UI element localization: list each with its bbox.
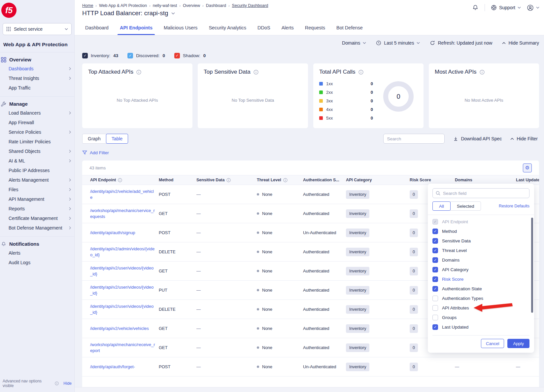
sidebar-item-bot-defense-management[interactable]: Bot Defense Management xyxy=(0,223,74,232)
field-search-input[interactable] xyxy=(443,191,526,196)
download-api-spec-button[interactable]: Download API Spec xyxy=(453,136,502,141)
tab-bot-defense[interactable]: Bot Defense xyxy=(331,20,368,35)
breadcrumb-item-nelly-waf-test[interactable]: nelly-waf-test xyxy=(153,3,177,8)
sidebar-item-audit-logs[interactable]: Audit Logs xyxy=(0,258,74,267)
sidebar-item-alerts[interactable]: Alerts xyxy=(0,248,74,258)
column-option-authentication-types[interactable]: Authentication Types xyxy=(428,294,534,303)
column-option-groups[interactable]: Groups xyxy=(428,313,534,322)
checkbox-unchecked-icon[interactable] xyxy=(432,305,438,311)
sidebar-item-reports[interactable]: Reports xyxy=(0,204,74,213)
checkbox-checked-icon[interactable]: ✓ xyxy=(432,248,438,253)
tab-security-analytics[interactable]: Security Analytics xyxy=(203,20,252,35)
hide-filter-button[interactable]: Hide Filter xyxy=(510,136,538,141)
column-settings-gear-button[interactable]: ⚙ xyxy=(523,163,532,172)
sidebar-item-alerts-management[interactable]: Alerts Management xyxy=(0,175,74,185)
column-option-sensitive-data[interactable]: ✓Sensitive Data xyxy=(428,236,534,246)
sidebar-item-app-firewall[interactable]: App Firewall xyxy=(0,118,74,127)
api-endpoint-link[interactable]: /identity/api/auth/signup xyxy=(90,230,135,235)
tab-malicious-users[interactable]: Malicious Users xyxy=(158,20,203,35)
api-endpoint-link[interactable]: /identity/api/v2/vehicle/vehicles xyxy=(90,326,149,331)
select-service-dropdown[interactable]: Select service xyxy=(3,23,72,35)
refresh-button[interactable]: Refresh: Updated just now xyxy=(430,40,492,46)
info-icon[interactable] xyxy=(254,70,258,75)
table-view-button[interactable]: Table xyxy=(106,134,128,144)
hide-summary-button[interactable]: Hide Summary xyxy=(502,40,539,46)
column-header-risk-score[interactable]: Risk Score xyxy=(410,178,455,182)
sidebar-item-shared-objects[interactable]: Shared Objects xyxy=(0,146,74,156)
hide-nav-link[interactable]: Hide xyxy=(63,381,72,386)
filter-shadow[interactable]: ✓Shadow: 0 xyxy=(174,53,206,58)
field-search[interactable] xyxy=(432,188,529,198)
checkbox-checked-icon[interactable]: ✓ xyxy=(432,286,438,292)
tab-dashboard[interactable]: Dashboard xyxy=(80,20,114,35)
filter-inventory[interactable]: ✓Inventory: 43 xyxy=(82,53,118,58)
api-endpoint-link[interactable]: /identity/api/v2/user/videos/{video_id} xyxy=(90,303,155,315)
column-option-method[interactable]: ✓Method xyxy=(428,227,534,236)
api-endpoint-link[interactable]: /identity/api/v2/user/videos/{video_id} xyxy=(90,284,155,296)
sidebar-item-dashboards[interactable]: Dashboards xyxy=(0,64,74,73)
column-option-threat-level[interactable]: ✓Threat Level xyxy=(428,246,534,255)
domains-dropdown[interactable]: Domains xyxy=(342,40,366,46)
time-range-dropdown[interactable]: Last 5 minutes xyxy=(376,40,420,46)
checkbox-checked-icon[interactable]: ✓ xyxy=(432,324,438,330)
tab-requests[interactable]: Requests xyxy=(299,20,331,35)
sidebar-item-public-ip-addresses[interactable]: Public IP Addresses xyxy=(0,165,74,175)
breadcrumb-item-home[interactable]: Home xyxy=(82,3,93,8)
filter-selected-button[interactable]: Selected xyxy=(450,201,481,211)
restore-defaults-link[interactable]: Restore Defaults xyxy=(499,204,529,208)
breadcrumb-item-security-dashboard[interactable]: Security Dashboard xyxy=(232,3,268,8)
column-header-sensitive-data[interactable]: Sensitive Data xyxy=(196,178,257,182)
notifications-bell-icon[interactable] xyxy=(472,4,479,11)
checkbox-checked-icon[interactable]: ✓ xyxy=(432,276,438,282)
checkbox-unchecked-icon[interactable] xyxy=(432,296,438,301)
column-option-risk-score[interactable]: ✓Risk Score xyxy=(428,274,534,284)
graph-view-button[interactable]: Graph xyxy=(82,134,106,144)
endpoint-search[interactable] xyxy=(383,134,445,144)
f5-logo[interactable]: f5 xyxy=(1,3,17,18)
sidebar-item-api-management[interactable]: API Management xyxy=(0,194,74,204)
column-header-authentication-s[interactable]: Authentication S... xyxy=(303,178,346,182)
column-header-last-updated[interactable]: Last Updated xyxy=(516,178,539,182)
info-icon[interactable] xyxy=(226,178,231,182)
search-input[interactable] xyxy=(387,136,441,141)
sidebar-item-app-traffic[interactable]: App Traffic xyxy=(0,83,74,92)
api-endpoint-link[interactable]: /identity/api/auth/forget- xyxy=(90,364,135,370)
column-option-domains[interactable]: ✓Domains xyxy=(428,255,534,265)
column-option-api-category[interactable]: ✓API Category xyxy=(428,265,534,274)
tab-alerts[interactable]: Alerts xyxy=(276,20,299,35)
sidebar-item-ai-ml[interactable]: AI & ML xyxy=(0,156,74,165)
info-icon[interactable] xyxy=(283,178,288,182)
sidebar-item-files[interactable]: Files xyxy=(0,185,74,194)
info-icon[interactable] xyxy=(358,70,363,75)
sidebar-item-load-balancers[interactable]: Load Balancers xyxy=(0,108,74,118)
checkbox-checked-icon[interactable]: ✓ xyxy=(432,238,438,244)
horizontal-scrollbar-track[interactable] xyxy=(75,387,544,392)
tab-api-endpoints[interactable]: API Endpoints xyxy=(114,20,158,35)
add-filter-button[interactable]: Add Filter xyxy=(82,149,539,157)
checkbox-checked-icon[interactable]: ✓ xyxy=(432,257,438,263)
filter-all-button[interactable]: All xyxy=(432,201,451,211)
breadcrumb-item-dashboard[interactable]: Dashboard xyxy=(206,3,226,8)
cancel-button[interactable]: Cancel xyxy=(481,339,504,348)
api-endpoint-link[interactable]: /identity/api/v2/vehicle/add_vehicle xyxy=(90,189,155,200)
filter-discovered[interactable]: ✓Discovered: 0 xyxy=(127,53,165,58)
column-header-api-endpoint[interactable]: API Endpoint xyxy=(90,178,159,182)
breadcrumb-item-overview[interactable]: Overview xyxy=(183,3,200,8)
tab-ddos[interactable]: DDoS xyxy=(252,20,276,35)
title-chevron-down-icon[interactable] xyxy=(171,12,175,15)
support-menu[interactable]: Support xyxy=(491,5,521,11)
breadcrumb-item-web-app-api-protection[interactable]: Web App & API Protection xyxy=(99,3,147,8)
account-menu[interactable] xyxy=(527,4,539,11)
apply-button[interactable]: Apply xyxy=(507,339,529,348)
info-icon[interactable] xyxy=(480,70,485,75)
api-endpoint-link[interactable]: /identity/api/v2/admin/videos/{video_id} xyxy=(90,246,155,257)
info-icon[interactable] xyxy=(136,70,141,75)
checkbox-checked-icon[interactable]: ✓ xyxy=(432,267,438,272)
checkbox-unchecked-icon[interactable] xyxy=(432,315,438,320)
column-header-threat-level[interactable]: Threat Level xyxy=(257,178,303,182)
sidebar-item-certificate-management[interactable]: Certificate Management xyxy=(0,213,74,223)
column-header-method[interactable]: Method xyxy=(159,178,196,182)
column-option-last-updated[interactable]: ✓Last Updated xyxy=(428,322,534,332)
api-endpoint-link[interactable]: /workshop/api/mechanic/service_requests xyxy=(90,208,155,219)
sidebar-item-service-policies[interactable]: Service Policies xyxy=(0,127,74,137)
